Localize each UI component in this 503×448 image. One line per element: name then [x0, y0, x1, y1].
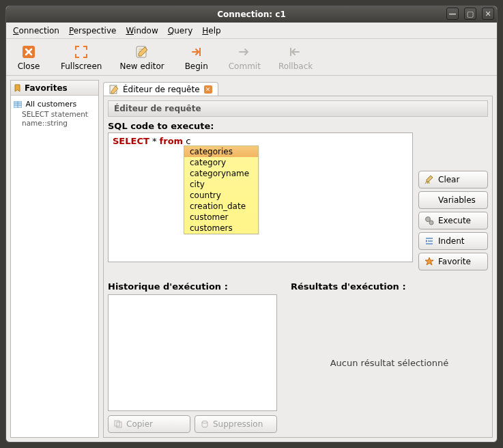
copy-label: Copier: [126, 419, 153, 429]
sql-text-starfrom: *: [149, 136, 160, 146]
tab-label: Éditeur de requête: [123, 85, 200, 94]
sql-label: SQL code to execute:: [108, 121, 488, 131]
toolbar-rollback-label: Rollback: [278, 61, 313, 71]
toolbar-neweditor-label: New editor: [119, 61, 164, 71]
delete-button: Suppression: [195, 415, 277, 433]
copy-icon: [114, 420, 122, 428]
close-icon: [20, 44, 37, 60]
svg-rect-2: [199, 48, 201, 56]
favorite-item[interactable]: All customers: [12, 98, 97, 110]
tab-close-button[interactable]: ✕: [204, 85, 212, 94]
svg-point-10: [429, 221, 433, 225]
autocomplete-item[interactable]: categories: [184, 146, 258, 157]
variables-label: Variables: [438, 195, 476, 205]
autocomplete-item[interactable]: creation_date: [184, 201, 258, 212]
toolbar-new-editor[interactable]: New editor: [117, 44, 167, 71]
toolbar-begin[interactable]: Begin: [179, 44, 214, 71]
app-window: Connection: c1 — ▢ ✕ Connection Perspect…: [5, 5, 498, 443]
begin-icon: [188, 44, 205, 60]
broom-icon: [425, 175, 434, 184]
titlebar: Connection: c1 — ▢ ✕: [6, 6, 497, 23]
copy-button: Copier: [108, 415, 190, 433]
menu-help[interactable]: Help: [202, 26, 220, 36]
favorite-label: Favorite: [438, 257, 471, 266]
execute-label: Execute: [438, 216, 471, 225]
delete-label: Suppression: [213, 419, 263, 429]
toolbar: Close Fullscreen New editor Begin: [6, 39, 497, 76]
favorites-title: Favorites: [25, 83, 68, 93]
results-label: Résultats d'exécution :: [291, 281, 488, 292]
autocomplete-item[interactable]: category: [184, 157, 258, 168]
favorite-button[interactable]: Favorite: [418, 253, 488, 270]
commit-icon: [236, 44, 253, 60]
indent-icon: [425, 236, 434, 246]
gears-icon: [425, 216, 434, 225]
editor-header: Éditeur de requête: [108, 100, 488, 117]
fullscreen-icon: [73, 44, 89, 60]
toolbar-fullscreen[interactable]: Fullscreen: [58, 44, 104, 71]
favorites-sidebar: Favorites All customers SELECT statement…: [10, 80, 99, 438]
table-icon: [14, 101, 22, 108]
execute-button[interactable]: Execute: [418, 212, 488, 229]
autocomplete-item[interactable]: country: [184, 190, 258, 201]
toolbar-commit: Commit: [226, 44, 263, 71]
sql-input[interactable]: SELECT * from c categories category cate…: [108, 132, 413, 262]
toolbar-close-label: Close: [18, 61, 40, 71]
indent-button[interactable]: Indent: [418, 232, 488, 250]
rollback-icon: [287, 44, 304, 60]
menu-window[interactable]: Window: [126, 26, 158, 36]
editor-icon: [109, 85, 119, 94]
autocomplete-item[interactable]: customers: [184, 223, 258, 234]
minimize-button[interactable]: —: [446, 8, 459, 20]
sql-keyword-from: from: [160, 136, 184, 146]
favorite-item-sub: SELECT statement name::string: [12, 110, 97, 128]
menu-connection[interactable]: Connection: [13, 26, 59, 36]
toolbar-fullscreen-label: Fullscreen: [61, 61, 102, 71]
sql-keyword-select: SELECT: [113, 136, 149, 146]
autocomplete-popup: categories category categoryname city co…: [184, 145, 259, 234]
svg-rect-3: [290, 48, 291, 56]
svg-point-9: [426, 217, 431, 222]
toolbar-begin-label: Begin: [185, 61, 208, 71]
toolbar-commit-label: Commit: [229, 61, 261, 71]
favorites-header: Favorites: [11, 81, 98, 96]
new-editor-icon: [134, 44, 150, 60]
toolbar-rollback: Rollback: [276, 44, 315, 71]
no-result-text: Aucun résultat sélectionné: [291, 293, 488, 433]
close-window-button[interactable]: ✕: [482, 8, 494, 20]
window-title: Connection: c1: [6, 10, 497, 19]
clear-button[interactable]: Clear: [418, 171, 488, 188]
autocomplete-item[interactable]: categoryname: [184, 168, 258, 179]
autocomplete-item[interactable]: customer: [184, 212, 258, 223]
indent-label: Indent: [438, 236, 464, 246]
svg-point-13: [202, 421, 207, 423]
tab-editor[interactable]: Éditeur de requête ✕: [103, 82, 218, 96]
bookmark-icon: [14, 84, 22, 92]
history-label: Historique d'exécution :: [108, 281, 277, 292]
favorite-item-label: All customers: [26, 100, 77, 109]
toolbar-close[interactable]: Close: [12, 44, 46, 71]
maximize-button[interactable]: ▢: [464, 8, 476, 20]
database-icon: [201, 420, 209, 428]
variables-button[interactable]: Variables: [418, 191, 488, 209]
star-icon: [425, 257, 434, 266]
history-list[interactable]: [108, 294, 277, 411]
sql-text-tail: c: [183, 136, 190, 146]
menubar: Connection Perspective Window Query Help: [6, 23, 497, 39]
clear-label: Clear: [438, 175, 459, 184]
menu-perspective[interactable]: Perspective: [69, 26, 117, 36]
menu-query[interactable]: Query: [168, 26, 192, 36]
autocomplete-item[interactable]: city: [184, 179, 258, 190]
